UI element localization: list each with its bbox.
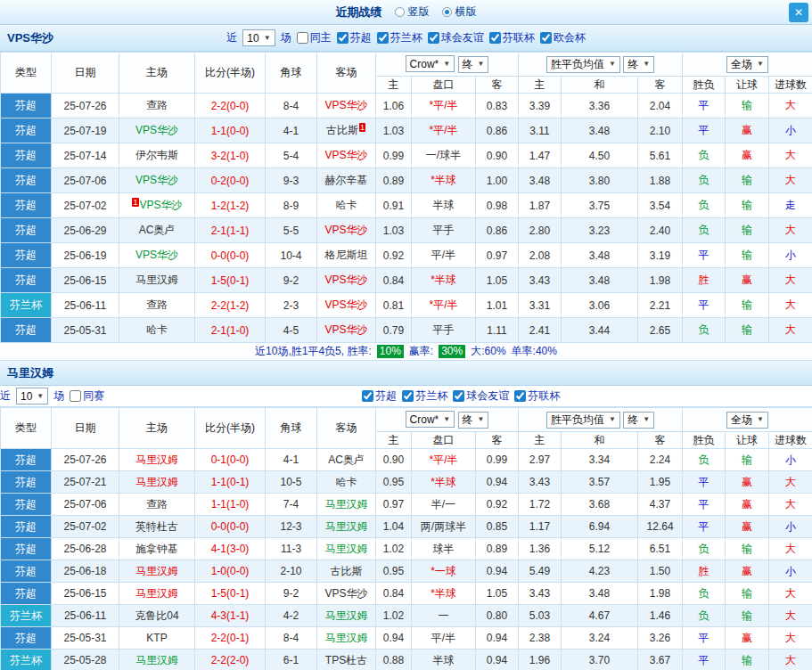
league-checkbox[interactable]: 芬兰杯 xyxy=(402,388,447,404)
date-cell: 25-06-19 xyxy=(52,243,119,268)
chevron-down-icon: ▼ xyxy=(264,35,271,42)
handicap-cell: 平/半 xyxy=(412,627,476,650)
fulltime-select[interactable]: 全场▼ xyxy=(726,412,768,429)
fulltime-select[interactable]: 全场▼ xyxy=(726,56,768,73)
league-checkbox-label: 芬联杯 xyxy=(528,388,560,404)
league-checkbox[interactable]: 球会友谊 xyxy=(428,30,484,45)
avg-away-cell: 3.54 xyxy=(638,193,683,218)
layout-horizontal-radio[interactable]: 横版 xyxy=(442,4,477,20)
score-cell: 3-2(1-0) xyxy=(195,143,266,168)
league-checkbox[interactable]: 芬兰杯 xyxy=(377,30,422,45)
league-type-cell: 芬超 xyxy=(1,218,52,243)
league-type-cell: 芬超 xyxy=(1,118,52,143)
result-goals-cell: 大 xyxy=(769,143,812,168)
league-checkbox[interactable]: 芬联杯 xyxy=(514,388,560,404)
same-competition-checkbox[interactable]: 同赛 xyxy=(70,388,104,404)
win-rate-chip: 10% xyxy=(377,345,404,358)
checkbox-input[interactable] xyxy=(297,32,308,44)
avg-home-cell: 1.47 xyxy=(519,143,562,168)
avg-odds-select-value: 胜平负均值 xyxy=(551,57,604,72)
home-team-cell: 马里汉姆 xyxy=(119,449,195,471)
away-team-cell: 哈卡 xyxy=(317,471,376,494)
league-type-cell: 芬超 xyxy=(1,471,52,494)
radio-selected-icon xyxy=(442,7,452,17)
league-checkbox-input[interactable] xyxy=(362,390,373,402)
date-cell: 25-06-15 xyxy=(52,268,119,293)
league-checkbox[interactable]: 球会友谊 xyxy=(453,388,509,404)
odds-home-cell: 0.84 xyxy=(376,268,412,293)
league-checkbox-input[interactable] xyxy=(428,32,439,44)
final-odds-select-value: 终 xyxy=(627,57,638,72)
handicap-cell: 半/一 xyxy=(412,494,476,516)
handicap-cell: 半球 xyxy=(412,650,476,670)
match-row: 芬兰杯25-06-11克鲁比044-3(1-1)4-2马里汉姆1.02一0.80… xyxy=(1,605,812,627)
match-row: 芬超25-07-21马里汉姆1-1(0-1)10-5哈卡0.95*半球0.943… xyxy=(1,471,812,494)
final-odds-select[interactable]: 终▼ xyxy=(458,412,489,429)
col-corner-header: 角球 xyxy=(266,53,317,94)
result-handicap-cell: 赢 xyxy=(726,516,769,538)
odds-home-cell: 0.89 xyxy=(376,168,412,193)
match-count-select[interactable]: 10 ▼ xyxy=(242,29,275,46)
league-checkbox[interactable]: 欧会杯 xyxy=(540,30,586,45)
league-type-cell: 芬超 xyxy=(1,583,52,605)
corner-cell: 9-3 xyxy=(266,168,317,193)
handicap-cell: *一球 xyxy=(412,560,476,583)
layout-vertical-radio[interactable]: 竖版 xyxy=(395,4,430,20)
checkbox-input[interactable] xyxy=(70,390,81,402)
league-checkbox-input[interactable] xyxy=(489,32,501,44)
final-odds-select[interactable]: 终▼ xyxy=(623,56,654,73)
chevron-down-icon: ▼ xyxy=(643,416,650,423)
results-tbody-0: 芬超25-07-26查路2-2(0-0)8-4VPS华沙1.06*平/半0.83… xyxy=(1,94,812,343)
avg-odds-select[interactable]: 胜平负均值▼ xyxy=(546,412,620,429)
corner-cell: 2-10 xyxy=(266,560,317,583)
league-checkbox-input[interactable] xyxy=(540,32,552,44)
home-team-cell: 查路 xyxy=(119,293,195,318)
avg-home-cell: 3.11 xyxy=(519,118,562,143)
same-venue-checkbox[interactable]: 同主 xyxy=(297,30,332,45)
league-checkbox[interactable]: 芬联杯 xyxy=(489,30,535,45)
final-odds-select[interactable]: 终▼ xyxy=(458,56,489,73)
league-filters-1: 芬超芬兰杯球会友谊芬联杯 xyxy=(362,388,560,404)
odds-home-cell: 0.88 xyxy=(376,650,412,670)
league-type-cell: 芬超 xyxy=(1,494,52,516)
handicap-cell: 平/半 xyxy=(412,243,476,268)
league-checkbox[interactable]: 芬超 xyxy=(362,388,397,404)
score-cell: 0-2(0-0) xyxy=(195,168,266,193)
league-checkbox[interactable]: 芬超 xyxy=(337,30,372,45)
close-button[interactable]: ✕ xyxy=(789,3,808,22)
avg-draw-cell: 3.70 xyxy=(562,650,638,670)
result-handicap-cell: 赢 xyxy=(726,471,769,494)
avg-home-cell: 3.39 xyxy=(519,94,562,118)
result-wdl-cell: 负 xyxy=(683,583,726,605)
league-checkbox-input[interactable] xyxy=(377,32,389,44)
league-checkbox-input[interactable] xyxy=(453,390,464,402)
date-cell: 25-07-26 xyxy=(52,94,119,118)
summary-single-rate: 单率:40% xyxy=(512,344,557,359)
bookmaker-select-value: Crow* xyxy=(410,413,439,426)
matches-unit-label: 场 xyxy=(281,30,291,45)
odds-away-cell: 0.92 xyxy=(476,494,519,516)
date-cell: 25-07-02 xyxy=(52,516,119,538)
bookmaker-select[interactable]: Crow*▼ xyxy=(406,55,455,72)
corner-cell: 4-1 xyxy=(266,449,317,471)
league-checkbox-input[interactable] xyxy=(514,390,526,402)
match-count-value: 10 xyxy=(21,390,32,403)
avg-odds-select[interactable]: 胜平负均值▼ xyxy=(546,56,620,73)
match-count-select[interactable]: 10 ▼ xyxy=(16,388,48,404)
final-odds-select-value: 终 xyxy=(463,413,473,428)
bookmaker-select[interactable]: Crow*▼ xyxy=(406,411,455,428)
home-team-cell: VPS华沙 xyxy=(119,168,195,193)
avg-draw-cell: 4.67 xyxy=(562,605,638,627)
final-odds-select[interactable]: 终▼ xyxy=(623,412,654,429)
handicap-cell: *平/半 xyxy=(412,449,476,471)
league-checkbox-input[interactable] xyxy=(402,390,414,402)
sub-goals: 进球数 xyxy=(769,432,812,449)
avg-draw-cell: 5.12 xyxy=(562,538,638,560)
league-checkbox-input[interactable] xyxy=(337,32,349,44)
odds-home-cell: 0.84 xyxy=(376,583,412,605)
away-team-cell: 赫尔辛基 xyxy=(317,168,376,193)
league-checkbox-label: 芬兰杯 xyxy=(390,30,422,45)
match-row: 芬超25-06-29AC奥卢2-1(1-1)5-5VPS华沙1.03平手0.86… xyxy=(1,218,812,243)
away-team-cell: VPS华沙 xyxy=(317,318,376,343)
near-label: 近 xyxy=(226,30,237,45)
